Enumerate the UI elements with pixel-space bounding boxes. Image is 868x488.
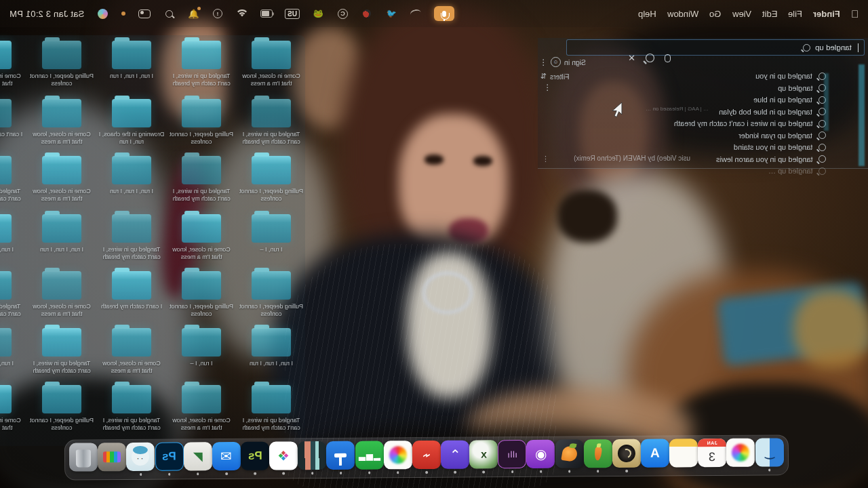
folder-item[interactable]: Come in closer, know that I'm a mess [0, 385, 26, 431]
folder-icon[interactable] [42, 156, 81, 184]
photoshop-alt-dock-icon[interactable]: Ps [241, 442, 269, 476]
folder-icon[interactable] [252, 385, 291, 413]
search-suggestion[interactable]: tangled up in you aaron lewis [716, 155, 826, 163]
folder-icon[interactable] [182, 271, 221, 300]
voice-search-button[interactable] [665, 54, 671, 62]
folder-icon[interactable] [182, 41, 221, 69]
books-striped-dock-icon[interactable] [298, 441, 326, 475]
folder-icon[interactable] [0, 214, 12, 243]
finder-folder-window[interactable]: Come in closer, know that I'm a messPull… [0, 35, 305, 446]
folder-icon[interactable] [252, 271, 291, 300]
media-briefcase-dock-icon[interactable] [98, 443, 126, 476]
battery-icon[interactable] [260, 7, 273, 20]
search-suggestion[interactable]: tangled up … [768, 167, 826, 175]
folder-icon[interactable] [0, 41, 12, 69]
folder-item[interactable]: Pulling deeper, I cannot confess [167, 271, 235, 317]
sign-in-button[interactable]: ⋮ ☺ Sign in [539, 57, 586, 67]
folder-icon[interactable] [182, 156, 221, 184]
folder-item[interactable]: I run, I run, I run [28, 214, 96, 253]
folder-icon[interactable] [112, 214, 151, 243]
folder-icon[interactable] [42, 385, 81, 413]
menu-help[interactable]: Help [638, 9, 656, 19]
folder-item[interactable]: Tangled up in wires, I can't catch my br… [237, 385, 305, 431]
folder-item[interactable]: Tangled up in wires, I can't catch my br… [0, 271, 26, 317]
folder-icon[interactable] [182, 328, 221, 357]
color-pinwheel-dock-icon[interactable] [726, 439, 755, 472]
folder-icon[interactable] [252, 41, 291, 69]
folder-item[interactable]: I run, I run, I run [98, 41, 165, 80]
folder-item[interactable]: I run, I run, I run [98, 156, 165, 195]
folder-item[interactable]: I run, I run, I run [0, 214, 26, 253]
folder-item[interactable]: Drowning in the chaos, I run, I run [98, 99, 165, 145]
folder-item[interactable]: Tangled up in wires, I can't catch my br… [98, 385, 165, 431]
search-suggestion[interactable]: tangled up ryan kinder [738, 131, 826, 140]
menu-edit[interactable]: Edit [762, 9, 777, 19]
folder-item[interactable]: Come in closer, know that I'm a mess [0, 41, 26, 87]
mail-dock-icon[interactable]: ✉ [212, 442, 241, 476]
folder-icon[interactable] [0, 328, 12, 357]
folder-icon[interactable] [112, 156, 151, 184]
control-center-icon[interactable] [138, 7, 151, 20]
notes-dock-icon[interactable] [669, 439, 698, 472]
folder-item[interactable]: Tangled up in wires, I can't catch my br… [167, 41, 235, 87]
folder-item[interactable]: Come in closer, know that I'm a mess [167, 385, 235, 431]
folder-icon[interactable] [42, 41, 81, 69]
folder-icon[interactable] [0, 99, 12, 127]
alert-circle-icon[interactable]: ! [212, 7, 224, 20]
folder-icon[interactable] [0, 385, 12, 413]
folder-icon[interactable] [42, 99, 81, 127]
folder-item[interactable]: Come in closer, know that I'm a mess [28, 156, 96, 202]
folder-item[interactable]: I run, I – [167, 328, 235, 367]
menu-finder[interactable]: Finder [813, 9, 840, 19]
folder-icon[interactable] [182, 99, 221, 127]
clear-search-button[interactable]: ✕ [628, 53, 635, 63]
folder-item[interactable]: Pulling deeper, I cannot confess [28, 385, 96, 431]
keynote-dock-icon[interactable] [326, 441, 355, 475]
kebab-menu-icon[interactable]: ⋮ [539, 58, 547, 67]
folder-item[interactable]: Come in closer, know that I'm a mess [167, 214, 235, 260]
folder-item[interactable]: Come in closer, know that I'm a mess [237, 41, 305, 87]
search-submit-button[interactable] [646, 54, 654, 62]
circle-c-app-icon[interactable]: C [336, 7, 349, 20]
finder-dock-icon[interactable]: ‿ [755, 438, 783, 472]
record-cherry-icon[interactable] [361, 7, 373, 20]
folder-icon[interactable] [252, 328, 291, 357]
app-store-dock-icon[interactable]: A [641, 439, 669, 473]
search-suggestion[interactable]: tangled up in wires i can't catch my bre… [674, 119, 826, 127]
apple-menu-icon[interactable]:  [851, 9, 859, 19]
menu-window[interactable]: Window [667, 9, 698, 19]
search-suggestion[interactable]: tangled up in you [755, 72, 826, 80]
menu-file[interactable]: File [788, 9, 802, 19]
podcasts-dock-icon[interactable]: ◉ [526, 440, 555, 474]
folder-item[interactable]: Tangled up in wires, I can't catch my br… [0, 156, 26, 202]
carrot-app-dock-icon[interactable] [583, 439, 612, 473]
frog-app-icon[interactable]: 🐸 [312, 7, 324, 20]
red-bolt-app-dock-icon[interactable]: ⌁ [412, 441, 441, 474]
folder-item[interactable]: Pulling deeper, I cannot confess [237, 271, 305, 317]
search-suggestion[interactable]: tangled up [778, 84, 826, 92]
folder-item[interactable]: Tangled up in wires, I can't catch my br… [28, 328, 96, 374]
trash-full-dock-icon[interactable] [69, 443, 98, 476]
folder-icon[interactable] [252, 99, 291, 127]
keyboard-layout-badge[interactable]: US [285, 9, 300, 19]
folder-icon[interactable] [182, 385, 221, 413]
red-bird-app-icon[interactable]: 🐦 [385, 7, 397, 20]
freeform-dock-icon[interactable]: ❖ [269, 441, 298, 475]
notification-bell-icon[interactable]: 🔔 [187, 7, 199, 20]
folder-item[interactable]: Pulling deeper, I cannot confess [237, 156, 305, 202]
spotlight-icon[interactable] [163, 7, 175, 20]
folder-item[interactable]: Tangled up in wires, I can't catch my br… [167, 156, 235, 202]
folder-icon[interactable] [112, 41, 151, 69]
folder-item[interactable]: Tangled up in wires, I can't catch my br… [98, 214, 165, 260]
folder-item[interactable]: Come in closer, know that I'm a mess [98, 328, 165, 374]
search-input[interactable]: tangled up [566, 39, 865, 56]
folder-item[interactable]: I run, I – [237, 214, 305, 253]
calendar-dock-icon[interactable]: JAN3 [698, 439, 726, 472]
fl-studio-dock-icon[interactable] [555, 439, 583, 473]
filters-button[interactable]: ⇅ Filters [540, 72, 570, 81]
search-suggestion[interactable]: tangled up in blue bob dylan [719, 108, 826, 116]
folder-icon[interactable] [42, 328, 81, 357]
folder-icon[interactable] [0, 156, 12, 184]
folder-item[interactable]: Tangled up in wires, I can't catch my br… [237, 99, 305, 145]
folder-item[interactable]: I run, I run, I run [237, 328, 305, 367]
